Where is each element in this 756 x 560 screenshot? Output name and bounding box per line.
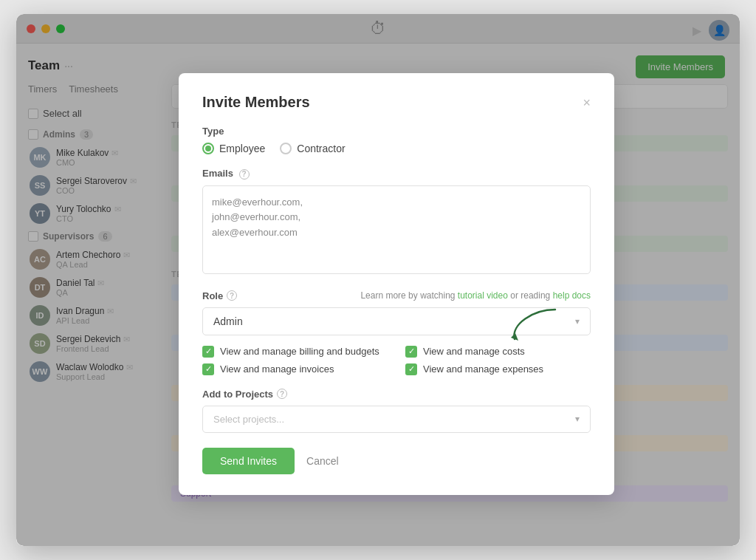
permission-invoices: ✓ View and manage invoices — [202, 363, 388, 375]
role-row: Role ? Learn more by watching tutorial v… — [202, 290, 591, 301]
permission-billing-checkbox[interactable]: ✓ — [202, 346, 214, 358]
role-value: Admin — [213, 315, 243, 327]
modal-close-button[interactable]: × — [583, 96, 591, 109]
projects-help-icon: ? — [277, 389, 287, 399]
help-docs-link[interactable]: help docs — [553, 290, 591, 301]
contractor-radio[interactable]: Contractor — [280, 143, 345, 154]
modal-footer: Send Invites Cancel — [202, 448, 591, 474]
cancel-button[interactable]: Cancel — [306, 455, 339, 467]
permission-expenses: ✓ View and manage expenses — [405, 363, 591, 375]
permission-billing-label: View and manage billing and budgets — [220, 346, 379, 357]
permission-expenses-checkbox[interactable]: ✓ — [405, 363, 417, 375]
modal-title: Invite Members — [202, 94, 310, 111]
permission-expenses-label: View and manage expenses — [423, 363, 543, 375]
role-dropdown: Admin ▾ — [202, 307, 591, 335]
role-help-icon: ? — [227, 290, 237, 301]
role-select-button[interactable]: Admin ▾ — [202, 307, 591, 335]
invite-members-modal: Invite Members × Type Employee Contracto… — [179, 73, 614, 495]
emails-label: Emails ? — [202, 168, 591, 180]
modal-header: Invite Members × — [202, 94, 591, 111]
role-label: Role — [202, 290, 223, 301]
chevron-down-icon: ▾ — [575, 414, 580, 424]
employee-radio-icon — [202, 143, 214, 154]
send-invites-button[interactable]: Send Invites — [202, 448, 295, 474]
app-window: ⏱ ▶ 👤 Team ··· Timers Timesheets Select … — [16, 14, 740, 546]
emails-help-icon: ? — [239, 169, 250, 180]
permission-costs: ✓ View and manage costs — [405, 346, 591, 358]
employee-radio[interactable]: Employee — [202, 143, 265, 154]
employee-label: Employee — [219, 143, 265, 154]
tutorial-video-link[interactable]: tutorial video — [458, 290, 508, 301]
contractor-radio-icon — [280, 143, 292, 154]
emails-textarea[interactable]: mike@everhour.com, john@everhour.com, al… — [202, 185, 591, 274]
permission-invoices-label: View and manage invoices — [220, 363, 334, 375]
type-label: Type — [202, 126, 591, 137]
permission-invoices-checkbox[interactable]: ✓ — [202, 363, 214, 375]
type-row: Employee Contractor — [202, 143, 591, 154]
projects-select-button[interactable]: Select projects... ▾ — [202, 406, 591, 433]
permission-costs-label: View and manage costs — [423, 346, 525, 357]
chevron-down-icon: ▾ — [575, 316, 580, 327]
permission-costs-checkbox[interactable]: ✓ — [405, 346, 417, 358]
permission-billing: ✓ View and manage billing and budgets — [202, 346, 388, 358]
projects-placeholder: Select projects... — [213, 414, 284, 425]
add-projects-label: Add to Projects ? — [202, 389, 591, 400]
permissions-grid: ✓ View and manage billing and budgets ✓ … — [202, 346, 591, 375]
contractor-label: Contractor — [297, 143, 345, 154]
learn-more-text: Learn more by watching tutorial video or… — [360, 290, 591, 301]
